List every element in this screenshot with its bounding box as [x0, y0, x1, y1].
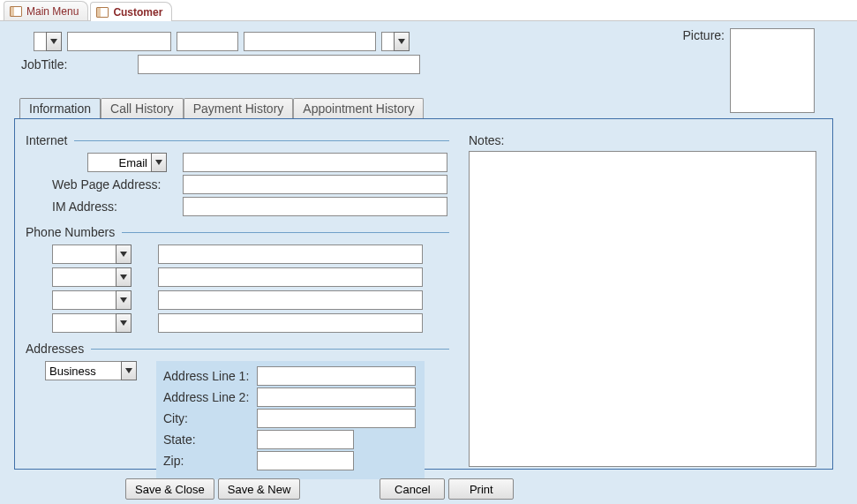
tab-customer-label: Customer — [113, 6, 162, 19]
internet-group: Internet Web Page Address: — [26, 133, 449, 216]
phone-type-combo[interactable] — [52, 290, 132, 310]
document-tabs: Main Menu Customer — [0, 0, 857, 21]
dropdown-icon[interactable] — [121, 361, 137, 380]
address-fields-panel: Address Line 1: Address Line 2: City: St… — [156, 361, 425, 479]
dropdown-icon[interactable] — [46, 32, 62, 51]
phone-row — [52, 244, 449, 264]
group-divider — [74, 140, 449, 141]
phone-number-input[interactable] — [158, 267, 423, 287]
left-column: Internet Web Page Address: — [26, 128, 449, 479]
dropdown-icon[interactable] — [394, 32, 410, 51]
city-input[interactable] — [257, 409, 416, 428]
dropdown-icon[interactable] — [116, 290, 132, 310]
internet-group-label: Internet — [26, 133, 74, 147]
phone-type-combo[interactable] — [52, 313, 132, 333]
jobtitle-label: JobTitle: — [21, 57, 132, 71]
form-icon — [96, 7, 109, 18]
customer-form-area: Picture: JobTitle: Information Call Hist… — [0, 21, 857, 504]
address-type-combo[interactable] — [45, 361, 137, 380]
dropdown-icon[interactable] — [151, 153, 167, 172]
line1-label: Address Line 1: — [163, 369, 257, 383]
tab-payment-history[interactable]: Payment History — [184, 98, 294, 118]
cancel-button[interactable]: Cancel — [380, 478, 445, 500]
notes-label: Notes: — [469, 133, 504, 147]
picture-box[interactable] — [730, 28, 815, 113]
state-label: State: — [163, 433, 257, 447]
phone-row — [52, 267, 449, 287]
email-type-combo[interactable] — [87, 153, 167, 172]
phone-row — [52, 290, 449, 310]
im-input[interactable] — [183, 197, 447, 216]
tab-main-menu-label: Main Menu — [26, 5, 79, 18]
phone-type-combo[interactable] — [52, 267, 132, 287]
phone-number-input[interactable] — [158, 244, 423, 264]
im-label: IM Address: — [52, 199, 167, 214]
email-type-input[interactable] — [87, 153, 151, 172]
city-label: City: — [163, 411, 257, 425]
phone-number-input[interactable] — [158, 290, 423, 310]
phones-group-label: Phone Numbers — [26, 225, 122, 239]
suffix-combo-input[interactable] — [381, 32, 394, 51]
form-icon — [10, 6, 22, 17]
button-bar: Save & Close Save & New Cancel Print — [0, 478, 857, 500]
picture-section: Picture: — [683, 28, 815, 113]
title-combo-input[interactable] — [34, 32, 46, 51]
phone-type-input[interactable] — [52, 290, 116, 310]
title-combo[interactable] — [34, 32, 62, 51]
tab-information[interactable]: Information — [19, 98, 101, 118]
group-divider — [91, 349, 449, 350]
line1-input[interactable] — [257, 366, 416, 386]
notes-textarea[interactable] — [469, 151, 816, 467]
tab-main-menu[interactable]: Main Menu — [4, 1, 88, 20]
group-divider — [122, 232, 449, 233]
picture-label: Picture: — [683, 28, 725, 42]
print-button[interactable]: Print — [448, 478, 514, 500]
middle-name-input[interactable] — [177, 32, 238, 51]
information-panel: Internet Web Page Address: — [14, 118, 833, 470]
tab-appointment-history[interactable]: Appointment History — [293, 98, 424, 118]
address-type-input[interactable] — [45, 361, 121, 380]
tab-customer[interactable]: Customer — [90, 2, 172, 21]
phones-group: Phone Numbers — [26, 225, 449, 333]
dropdown-icon[interactable] — [116, 244, 132, 264]
dropdown-icon[interactable] — [116, 267, 132, 287]
zip-label: Zip: — [163, 454, 257, 468]
tab-call-history[interactable]: Call History — [101, 98, 184, 118]
web-input[interactable] — [183, 175, 447, 194]
zip-input[interactable] — [257, 451, 354, 470]
phone-number-input[interactable] — [158, 313, 423, 333]
first-name-input[interactable] — [67, 32, 171, 51]
phone-type-input[interactable] — [52, 244, 116, 264]
suffix-combo[interactable] — [381, 32, 410, 51]
line2-input[interactable] — [257, 387, 416, 407]
phone-type-input[interactable] — [52, 313, 116, 333]
detail-tabs-wrap: Information Call History Payment History… — [14, 97, 843, 470]
email-input[interactable] — [183, 153, 447, 172]
save-close-button[interactable]: Save & Close — [125, 478, 214, 500]
save-new-button[interactable]: Save & New — [218, 478, 301, 500]
addresses-group: Addresses Address Line 1: Address Line 2… — [26, 342, 449, 479]
phone-type-input[interactable] — [52, 267, 116, 287]
addresses-group-label: Addresses — [26, 342, 91, 356]
phone-row — [52, 313, 449, 333]
line2-label: Address Line 2: — [163, 390, 257, 404]
dropdown-icon[interactable] — [116, 313, 132, 333]
last-name-input[interactable] — [244, 32, 376, 51]
jobtitle-input[interactable] — [138, 55, 420, 74]
state-input[interactable] — [257, 430, 354, 449]
notes-section: Notes: — [469, 151, 816, 470]
web-label: Web Page Address: — [52, 177, 167, 192]
phone-type-combo[interactable] — [52, 244, 132, 264]
